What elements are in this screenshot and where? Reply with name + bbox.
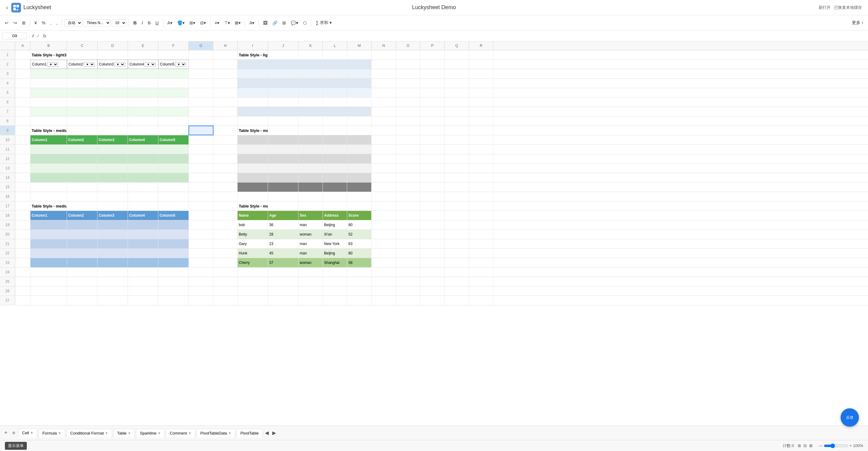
cell-b13[interactable]: [30, 163, 67, 173]
cell-d21[interactable]: [97, 239, 128, 248]
filter-dropdown-col4[interactable]: ▼: [145, 62, 156, 67]
tab-table[interactable]: Table ▼: [113, 429, 135, 437]
cell-p10[interactable]: [420, 135, 445, 145]
cell-g14[interactable]: [189, 173, 213, 182]
col-header-d[interactable]: D: [97, 41, 128, 50]
cell-e10[interactable]: Column4: [128, 135, 158, 145]
cell-q15[interactable]: [445, 183, 469, 192]
cell-h4[interactable]: [213, 79, 238, 88]
cell-e24[interactable]: [128, 268, 158, 277]
cell-k5[interactable]: [299, 88, 323, 97]
cell-n6[interactable]: [372, 97, 396, 107]
cell-m19[interactable]: 80: [347, 220, 372, 230]
cell-r16[interactable]: [469, 192, 493, 201]
cell-c5[interactable]: [67, 88, 97, 97]
cell-l3[interactable]: [323, 69, 347, 78]
cell-b14[interactable]: [30, 173, 67, 182]
cell-i24[interactable]: [238, 268, 268, 277]
cell-f16[interactable]: [158, 192, 189, 201]
cancel-icon[interactable]: ✗: [31, 33, 35, 38]
cell-d27[interactable]: [97, 296, 128, 305]
zoom-out-button[interactable]: —: [819, 443, 823, 448]
cell-m12[interactable]: [347, 154, 372, 163]
cell-l13[interactable]: [323, 163, 347, 173]
cell-a24[interactable]: [15, 268, 30, 277]
cell-i6[interactable]: [238, 97, 268, 107]
cell-l10[interactable]: [323, 135, 347, 145]
cell-b4[interactable]: [30, 79, 67, 88]
cell-p2[interactable]: [420, 60, 445, 69]
cell-a2[interactable]: [15, 60, 30, 69]
cell-g2[interactable]: [189, 60, 213, 69]
cell-j3[interactable]: [268, 69, 299, 78]
cell-c3[interactable]: [67, 69, 97, 78]
bold-button[interactable]: B: [131, 19, 138, 27]
cell-j18[interactable]: Age: [268, 211, 299, 220]
col-header-a[interactable]: A: [15, 41, 30, 50]
cell-d4[interactable]: [97, 79, 128, 88]
cell-b17[interactable]: Table Style - medium6,Header,Footer: [30, 202, 67, 211]
cell-l20[interactable]: Xi'an: [323, 230, 347, 239]
cell-j6[interactable]: [268, 97, 299, 107]
cell-j2[interactable]: [268, 60, 299, 69]
cell-o8[interactable]: [396, 116, 420, 125]
cell-r20[interactable]: [469, 230, 493, 239]
cell-j21[interactable]: 23: [268, 239, 299, 248]
cell-p5[interactable]: [420, 88, 445, 97]
cell-k25[interactable]: [299, 277, 323, 286]
cell-e20[interactable]: [128, 230, 158, 239]
cell-a21[interactable]: [15, 239, 30, 248]
cell-i4[interactable]: [238, 79, 268, 88]
cell-q10[interactable]: [445, 135, 469, 145]
cell-q3[interactable]: [445, 69, 469, 78]
tab-conditional-format[interactable]: Conditional Format ▼: [66, 429, 112, 437]
cell-i11[interactable]: [238, 145, 268, 154]
cell-l12[interactable]: [323, 154, 347, 163]
zoom-slider[interactable]: [824, 443, 848, 448]
cell-m3[interactable]: [347, 69, 372, 78]
cell-h10[interactable]: [213, 135, 238, 145]
cell-p14[interactable]: [420, 173, 445, 182]
cell-l7[interactable]: [323, 107, 347, 116]
cell-r24[interactable]: [469, 268, 493, 277]
cell-j10[interactable]: [268, 135, 299, 145]
cell-i13[interactable]: [238, 163, 268, 173]
cell-o13[interactable]: [396, 163, 420, 173]
cell-p11[interactable]: [420, 145, 445, 154]
cell-d14[interactable]: [97, 173, 128, 182]
cell-f6[interactable]: [158, 97, 189, 107]
col-header-f[interactable]: F: [158, 41, 189, 50]
cell-i9[interactable]: Table Style - medium8,Footer: [238, 126, 268, 135]
cell-c12[interactable]: [67, 154, 97, 163]
cell-q17[interactable]: [445, 202, 469, 211]
cell-h17[interactable]: [213, 202, 238, 211]
tab-formula[interactable]: Formula ▼: [38, 429, 65, 437]
cell-k13[interactable]: [299, 163, 323, 173]
cell-k26[interactable]: [299, 287, 323, 296]
cell-o14[interactable]: [396, 173, 420, 182]
cell-e23[interactable]: [128, 258, 158, 267]
cell-f21[interactable]: [158, 239, 189, 248]
undo-button[interactable]: ↩: [3, 19, 10, 27]
cell-m23[interactable]: 58: [347, 258, 372, 267]
col-header-o[interactable]: O: [396, 41, 420, 50]
cell-j13[interactable]: [268, 163, 299, 173]
cell-b10[interactable]: Column1: [30, 135, 67, 145]
new-open-btn[interactable]: 新打开: [819, 5, 831, 10]
cell-o23[interactable]: [396, 258, 420, 267]
cell-g26[interactable]: [189, 287, 213, 296]
cell-m25[interactable]: [347, 277, 372, 286]
cell-d23[interactable]: [97, 258, 128, 267]
cell-k14[interactable]: [299, 173, 323, 182]
cell-e3[interactable]: [128, 69, 158, 78]
cell-j9[interactable]: [268, 126, 299, 135]
cell-f14[interactable]: [158, 173, 189, 182]
cell-n4[interactable]: [372, 79, 396, 88]
cell-r9[interactable]: [469, 126, 493, 135]
tab-sparkline[interactable]: Sparkline ▼: [136, 429, 164, 437]
col-header-h[interactable]: H: [213, 41, 238, 50]
cell-g25[interactable]: [189, 277, 213, 286]
cell-d18[interactable]: Column3: [97, 211, 128, 220]
cell-p6[interactable]: [420, 97, 445, 107]
cell-o21[interactable]: [396, 239, 420, 248]
